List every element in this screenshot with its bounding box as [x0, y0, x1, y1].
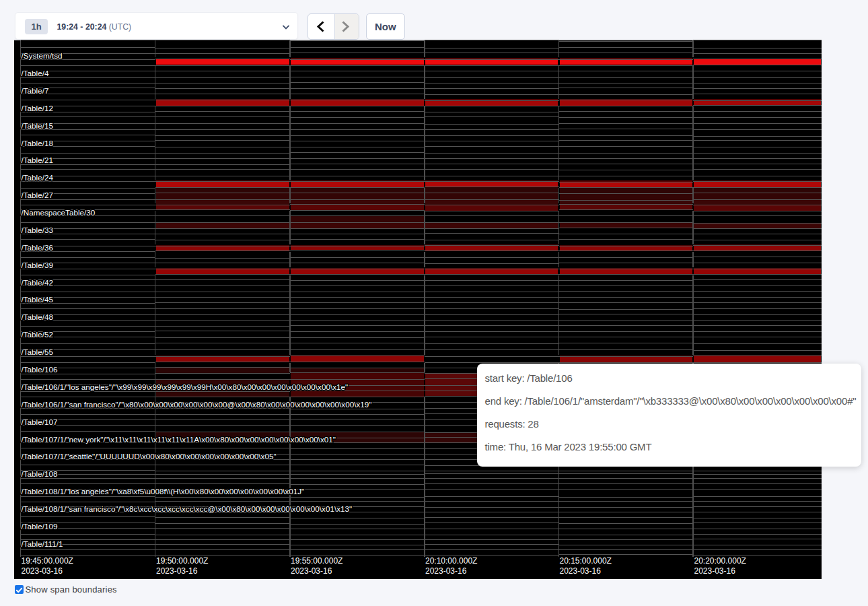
- svg-text:/Table/106/1/"san francisco"/": /Table/106/1/"san francisco"/"\x80\x00\x…: [22, 400, 372, 409]
- svg-text:/Table/107/1/"new york"/"\x11\: /Table/107/1/"new york"/"\x11\x11\x11\x1…: [22, 435, 336, 444]
- svg-text:/Table/106/1/"los angeles"/"\x: /Table/106/1/"los angeles"/"\x99\x99\x99…: [22, 382, 349, 391]
- svg-text:/Table/55: /Table/55: [22, 347, 54, 356]
- svg-text:/Table/27: /Table/27: [22, 191, 53, 199]
- svg-text:2023-03-16: 2023-03-16: [291, 566, 332, 576]
- svg-text:19:55:00.000Z: 19:55:00.000Z: [291, 556, 342, 566]
- svg-text:20:15:00.000Z: 20:15:00.000Z: [560, 556, 612, 566]
- svg-text:19:50:00.000Z: 19:50:00.000Z: [156, 556, 208, 566]
- svg-text:/System/tsd: /System/tsd: [22, 51, 63, 60]
- svg-text:2023-03-16: 2023-03-16: [694, 566, 736, 576]
- svg-text:2023-03-16: 2023-03-16: [425, 566, 467, 576]
- svg-text:/Table/33: /Table/33: [22, 226, 53, 234]
- svg-text:19:45:00.000Z: 19:45:00.000Z: [22, 556, 73, 566]
- svg-text:/Table/24: /Table/24: [22, 173, 54, 182]
- svg-text:20:20:00.000Z: 20:20:00.000Z: [694, 556, 746, 566]
- svg-text:/NamespaceTable/30: /NamespaceTable/30: [22, 208, 96, 217]
- svg-text:/Table/18: /Table/18: [22, 139, 53, 147]
- svg-text:/Table/52: /Table/52: [22, 330, 53, 339]
- svg-text:/Table/42: /Table/42: [22, 278, 53, 287]
- svg-text:/Table/108/1/"los angeles"/"\x: /Table/108/1/"los angeles"/"\xa8\xf5\u00…: [22, 487, 305, 496]
- svg-text:2023-03-16: 2023-03-16: [560, 566, 602, 576]
- svg-text:/Table/48: /Table/48: [22, 312, 53, 321]
- svg-text:/Table/109: /Table/109: [22, 522, 58, 531]
- svg-text:2023-03-16: 2023-03-16: [22, 566, 63, 576]
- svg-text:/Table/7: /Table/7: [22, 86, 49, 95]
- svg-text:/Table/107/1/"seattle"/"UUUUUU: /Table/107/1/"seattle"/"UUUUUUD\x00\x80\…: [22, 452, 277, 461]
- svg-text:2023-03-16: 2023-03-16: [156, 566, 198, 576]
- svg-text:/Table/111/1: /Table/111/1: [22, 539, 63, 548]
- svg-text:/Table/4: /Table/4: [22, 69, 49, 77]
- svg-text:/Table/107: /Table/107: [22, 417, 58, 426]
- svg-text:/Table/39: /Table/39: [22, 261, 53, 269]
- svg-text:20:10:00.000Z: 20:10:00.000Z: [425, 556, 477, 566]
- svg-text:/Table/36: /Table/36: [22, 243, 53, 252]
- svg-text:/Table/106: /Table/106: [22, 365, 58, 374]
- svg-text:/Table/108/1/"san francisco"/": /Table/108/1/"san francisco"/"\x8c\xcc\x…: [22, 504, 353, 513]
- svg-text:/Table/15: /Table/15: [22, 121, 54, 130]
- svg-text:/Table/108: /Table/108: [22, 469, 58, 478]
- svg-text:/Table/45: /Table/45: [22, 295, 54, 304]
- svg-text:/Table/21: /Table/21: [22, 156, 53, 164]
- svg-text:/Table/12: /Table/12: [22, 104, 53, 112]
